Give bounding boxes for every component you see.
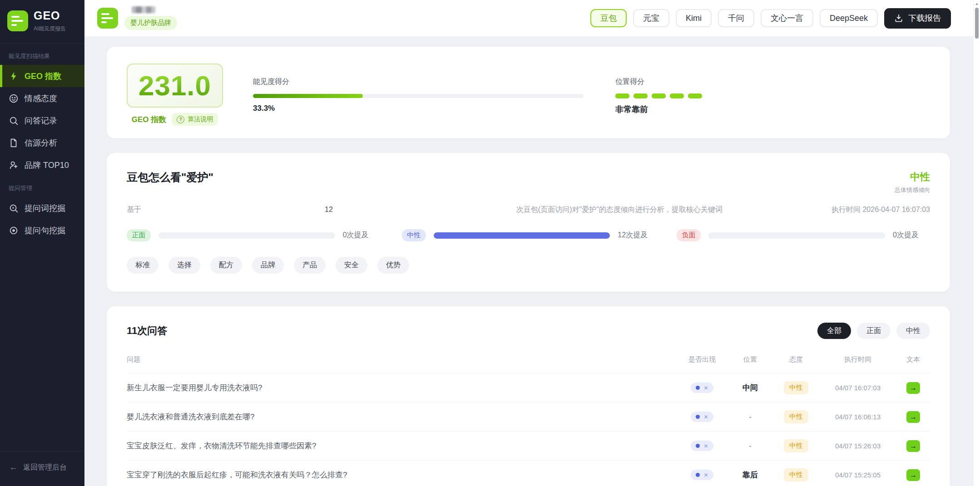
qa-table: 问题 是否出现 位置 态度 执行时间 文本 新生儿衣服一定要用婴儿专用洗衣液吗?… (127, 355, 930, 486)
position-score-label: 位置得分 (615, 77, 930, 87)
visibility-percent: 33.3% (253, 104, 584, 113)
sidebar-item-source-analysis[interactable]: 信源分析 (0, 132, 84, 154)
filter-all-button[interactable]: 全部 (817, 323, 851, 339)
arrow-right-icon: → (910, 442, 917, 450)
position-block (670, 93, 684, 98)
attitude-badge: 中性 (784, 410, 808, 423)
keyword-tag: 安全 (336, 257, 367, 274)
keyword-tag: 配方 (210, 257, 242, 274)
sidebar-item-label: GEO 指数 (25, 71, 61, 82)
tab-qianwen[interactable]: 千问 (718, 9, 754, 27)
sentiment-card: 豆包怎么看"爱护" 中性 总体情感倾向 基于 12 次豆包(页面访问)对"爱护"… (107, 153, 950, 292)
sidebar-item-label: 品牌 TOP10 (25, 160, 69, 171)
sidebar-item-sentence-mining[interactable]: 提问句挖掘 (0, 219, 84, 241)
sidebar-item-keyword-mining[interactable]: 提问词挖掘 (0, 197, 84, 219)
basis-prefix: 基于 (127, 205, 141, 215)
column-attitude: 态度 (773, 355, 819, 364)
sidebar-item-label: 提问词挖掘 (25, 203, 65, 214)
column-exec-time: 执行时间 (819, 355, 896, 364)
qa-card: 11次问答 全部 正面 中性 问题 是否出现 位置 态度 执行时间 文本 (107, 306, 950, 486)
tab-doubao[interactable]: 豆包 (590, 9, 627, 27)
sidebar-item-qa-records[interactable]: 问答记录 (0, 109, 84, 132)
app-logo-icon (7, 10, 28, 31)
sentiment-bar-fill (434, 232, 610, 239)
filter-neutral-button[interactable]: 中性 (896, 323, 930, 339)
table-row[interactable]: 婴儿洗衣液和普通洗衣液到底差在哪? ✕ - 中性 04/07 16:06:13 … (127, 402, 930, 431)
column-appearance: 是否出现 (677, 355, 728, 364)
execution-time: 执行时间 2026-04-07 16:07:03 (832, 205, 930, 215)
sidebar-section-questions-label: 提问管理 (9, 184, 84, 192)
visibility-score-label: 能见度得分 (253, 77, 584, 87)
document-icon (9, 138, 19, 148)
attitude-cell: 中性 (773, 381, 819, 394)
sidebar-item-brand-top10[interactable]: 品牌 TOP10 (0, 154, 84, 176)
position-block (688, 93, 702, 98)
sidebar-item-geo-index[interactable]: GEO 指数 (0, 65, 84, 87)
page-scrollbar[interactable]: ▲ (973, 0, 980, 486)
open-text-button[interactable]: → (906, 382, 920, 394)
algorithm-info-badge[interactable]: ? 算法说明 (172, 113, 218, 126)
geo-score-box: 231.0 (127, 64, 223, 108)
back-to-admin-link[interactable]: ← 返回管理后台 (0, 451, 84, 486)
filter-positive-button[interactable]: 正面 (857, 323, 891, 339)
keyword-tag: 选择 (168, 257, 200, 274)
geo-score-label: GEO 指数 (132, 114, 167, 125)
attitude-badge: 中性 (784, 439, 808, 452)
tab-wenxinyiyan[interactable]: 文心一言 (761, 9, 813, 27)
download-report-button[interactable]: 下载报告 (884, 8, 951, 29)
sidebar-item-sentiment[interactable]: 情感态度 (0, 87, 84, 109)
app-root: GEO AI能见度报告 能见度扫描结果 GEO 指数 情感态度 问答记录 (0, 0, 980, 486)
sidebar: GEO AI能见度报告 能见度扫描结果 GEO 指数 情感态度 问答记录 (0, 0, 84, 486)
time-cell: 04/07 16:06:13 (819, 413, 896, 421)
column-text: 文本 (896, 355, 930, 364)
open-text-button[interactable]: → (906, 440, 920, 452)
keyword-tag: 品牌 (252, 257, 284, 274)
negative-bar-track (708, 232, 885, 239)
sidebar-item-label: 问答记录 (25, 115, 57, 126)
open-text-button[interactable]: → (906, 411, 920, 423)
brand-logo-icon (97, 8, 118, 29)
text-cell: → (896, 440, 930, 452)
table-row[interactable]: 宝宝穿了刚洗的衣服后起红疹，可能和洗衣液有关吗？怎么排查? ✕ 靠后 中性 04… (127, 460, 930, 486)
dot-icon (696, 386, 700, 390)
question-cell: 新生儿衣服一定要用婴儿专用洗衣液吗? (127, 383, 677, 393)
brand-cluster: 婴儿护肤品牌 (97, 6, 177, 30)
appearance-cell: ✕ (677, 383, 728, 393)
app-subtitle: AI能见度报告 (34, 25, 66, 33)
table-row[interactable]: 宝宝皮肤泛红、发痒，衣物清洗环节能先排查哪些因素? ✕ - 中性 04/07 1… (127, 431, 930, 460)
overall-sentiment-value: 中性 (895, 170, 930, 184)
tab-deepseek[interactable]: DeepSeek (820, 9, 878, 27)
open-text-button[interactable]: → (906, 469, 920, 481)
dot-icon (696, 415, 700, 419)
sentiment-card-title: 豆包怎么看"爱护" (127, 170, 213, 185)
appearance-cell: ✕ (677, 441, 728, 451)
question-cell: 婴儿洗衣液和普通洗衣液到底差在哪? (127, 412, 677, 422)
geo-score-value: 231.0 (139, 69, 211, 102)
appearance-indicator: ✕ (691, 383, 713, 393)
neutral-mention-count: 12次提及 (618, 231, 655, 240)
table-row[interactable]: 新生儿衣服一定要用婴儿专用洗衣液吗? ✕ 中间 中性 04/07 16:07:0… (127, 373, 930, 402)
column-position: 位置 (728, 355, 773, 364)
scrollbar-up-icon[interactable]: ▲ (974, 1, 980, 6)
positive-bar-track (158, 232, 335, 239)
analysis-basis-row: 基于 12 次豆包(页面访问)对"爱护"的态度倾向进行分析，提取核心关键词 执行… (127, 205, 930, 215)
x-icon: ✕ (703, 414, 708, 420)
sentiment-group-positive: 正面 0次提及 (127, 229, 380, 241)
attitude-cell: 中性 (773, 439, 819, 452)
model-tabs: 豆包 元宝 Kimi 千问 文心一言 DeepSeek 下载报告 (590, 8, 951, 29)
brand-name-redacted (132, 6, 155, 13)
appearance-cell: ✕ (677, 470, 728, 480)
dot-icon (696, 473, 700, 477)
qa-table-header: 问题 是否出现 位置 态度 执行时间 文本 (127, 355, 930, 373)
position-block (634, 93, 648, 98)
keyword-tag: 标准 (127, 257, 158, 274)
basis-suffix: 次豆包(页面访问)对"爱护"的态度倾向进行分析，提取核心关键词 (516, 205, 723, 215)
tab-yuanbao[interactable]: 元宝 (633, 9, 669, 27)
tab-kimi[interactable]: Kimi (676, 9, 712, 27)
time-cell: 04/07 15:25:05 (819, 471, 896, 479)
scrollbar-thumb[interactable] (975, 8, 979, 39)
target-icon (9, 226, 19, 236)
dot-icon (696, 444, 700, 448)
column-question: 问题 (127, 355, 677, 364)
x-icon: ✕ (703, 443, 708, 449)
